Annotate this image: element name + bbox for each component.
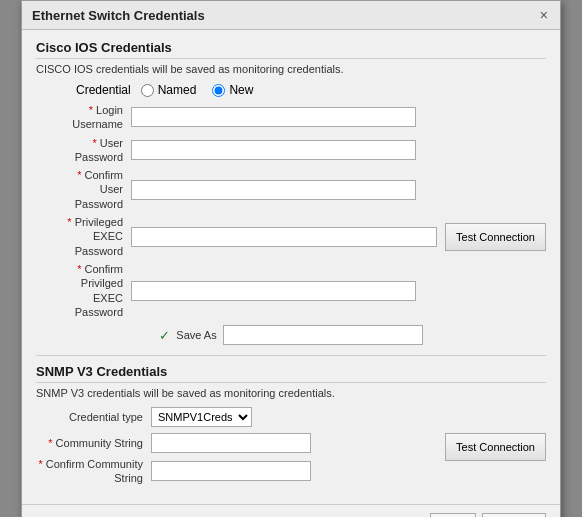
field-row-login: * LoginUsername [36, 103, 546, 132]
section-divider [36, 355, 546, 356]
field-label-confirm-priv-exec: * ConfirmPrivilgedEXECPassword [36, 262, 131, 319]
snmp-test-connection-button[interactable]: Test Connection [445, 433, 546, 461]
radio-new-label: New [229, 83, 253, 97]
ok-button[interactable]: OK [430, 513, 476, 517]
snmp-credential-type-select[interactable]: SNMPV1Creds [151, 407, 252, 427]
dialog-body: Cisco IOS Credentials CISCO IOS credenti… [22, 30, 560, 500]
cancel-button[interactable]: Cancel [482, 513, 546, 517]
radio-named-label: Named [158, 83, 197, 97]
snmp-section-desc: SNMP V3 credentials will be saved as mon… [36, 387, 546, 399]
radio-named-option[interactable]: Named [141, 83, 197, 97]
snmp-fields-area: * Community String * Confirm CommunitySt… [36, 433, 546, 486]
confirm-community-string-input[interactable] [151, 461, 311, 481]
required-star-priv-exec: * [67, 216, 71, 228]
field-row-user-password: * UserPassword [36, 136, 546, 165]
priv-exec-password-input[interactable] [131, 227, 437, 247]
required-star-login: * [89, 104, 93, 116]
snmp-section: SNMP V3 Credentials SNMP V3 credentials … [36, 364, 546, 486]
save-as-row: ✓ Save As NC_ORACLE_S_2015-02-04-111400 [36, 325, 546, 345]
cisco-section-desc: CISCO IOS credentials will be saved as m… [36, 63, 546, 75]
save-as-input[interactable]: NC_ORACLE_S_2015-02-04-111400 [223, 325, 423, 345]
dialog-footer: OK Cancel [22, 504, 560, 517]
close-button[interactable]: × [538, 7, 550, 23]
required-star-confirm-priv-exec: * [77, 263, 81, 275]
field-row-confirm-user-password: * ConfirmUserPassword [36, 168, 546, 211]
cisco-test-connection-button[interactable]: Test Connection [445, 223, 546, 251]
cisco-fields-area: * LoginUsername * UserPassword * Confirm… [36, 103, 546, 319]
ethernet-switch-credentials-dialog: Ethernet Switch Credentials × Cisco IOS … [21, 0, 561, 517]
required-star-confirm-user-password: * [77, 169, 81, 181]
required-star-user-password: * [92, 137, 96, 149]
snmp-field-label-confirm-community: * Confirm CommunityString [36, 457, 151, 486]
save-as-checkmark: ✓ [159, 328, 170, 343]
required-star-confirm-community: * [38, 458, 42, 470]
field-row-confirm-priv-exec: * ConfirmPrivilgedEXECPassword [36, 262, 546, 319]
credential-label: Credential [76, 83, 131, 97]
field-label-priv-exec: * PrivilegedEXECPassword [36, 215, 131, 258]
snmp-section-title: SNMP V3 Credentials [36, 364, 546, 383]
dialog-title: Ethernet Switch Credentials [32, 8, 205, 23]
snmp-credential-type-row: Credential type SNMPV1Creds [36, 407, 546, 427]
save-as-label: Save As [176, 329, 216, 341]
field-label-login: * LoginUsername [36, 103, 131, 132]
credential-type-row: Credential Named New [36, 83, 546, 97]
field-label-user-password: * UserPassword [36, 136, 131, 165]
snmp-type-label: Credential type [36, 411, 151, 423]
cisco-section-title: Cisco IOS Credentials [36, 40, 546, 59]
snmp-select-wrap: SNMPV1Creds [151, 407, 252, 427]
confirm-priv-exec-password-input[interactable] [131, 281, 416, 301]
community-string-input[interactable] [151, 433, 311, 453]
confirm-user-password-input[interactable] [131, 180, 416, 200]
user-password-input[interactable] [131, 140, 416, 160]
radio-new-option[interactable]: New [212, 83, 253, 97]
radio-named[interactable] [141, 84, 154, 97]
radio-new[interactable] [212, 84, 225, 97]
field-row-priv-exec: * PrivilegedEXECPassword Test Connection [36, 215, 546, 258]
login-username-input[interactable] [131, 107, 416, 127]
credential-radio-group: Named New [141, 83, 254, 97]
snmp-field-label-community: * Community String [36, 436, 151, 450]
required-star-community: * [48, 437, 52, 449]
snmp-field-row-confirm-community: * Confirm CommunityString Test Connectio… [36, 457, 546, 486]
field-label-confirm-user-password: * ConfirmUserPassword [36, 168, 131, 211]
dialog-title-bar: Ethernet Switch Credentials × [22, 1, 560, 30]
